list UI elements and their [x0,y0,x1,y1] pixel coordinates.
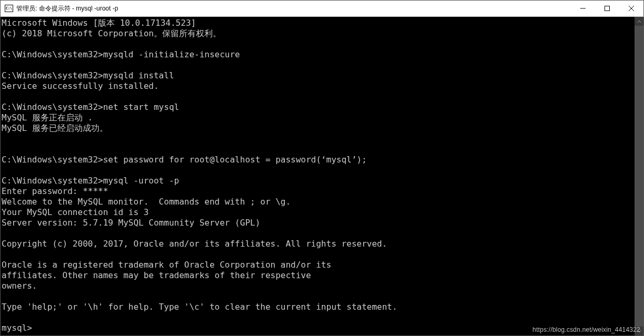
scroll-up-button[interactable] [635,17,643,26]
close-icon [629,6,634,11]
close-button[interactable] [619,1,643,16]
titlebar[interactable]: C:\ 管理员: 命令提示符 - mysql -uroot -p [1,1,643,17]
vertical-scrollbar[interactable] [635,17,643,335]
cmd-window: C:\ 管理员: 命令提示符 - mysql -uroot -p Microso… [0,0,644,336]
maximize-button[interactable] [595,1,619,16]
window-title: 管理员: 命令提示符 - mysql -uroot -p [16,4,118,13]
chevron-up-icon [637,19,641,24]
minimize-button[interactable] [571,1,595,16]
minimize-icon [580,6,586,11]
terminal-output[interactable]: Microsoft Windows [版本 10.0.17134.523] (c… [1,17,635,335]
watermark-text: https://blog.csdn.net/weixin_4414322 [532,326,640,333]
client-area: Microsoft Windows [版本 10.0.17134.523] (c… [1,17,643,335]
svg-rect-1 [605,6,610,11]
scroll-thumb[interactable] [635,26,643,327]
maximize-icon [605,6,610,11]
cmd-icon: C:\ [5,5,13,12]
window-controls [571,1,643,16]
